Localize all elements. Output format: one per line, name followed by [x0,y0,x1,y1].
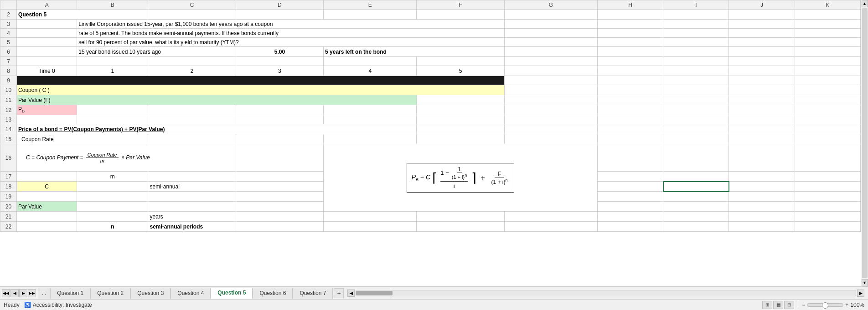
cell-g14 [504,124,597,134]
cell-i20 [663,202,729,212]
row-num-17: 17 [0,172,17,182]
vertical-scrollbar[interactable]: ▲ ▼ [861,0,868,286]
cell-d22 [236,222,323,232]
col-header-a[interactable]: A [17,0,77,10]
h-scroll-right-btn[interactable]: ▶ [857,290,864,297]
cell-a18-c: C [17,182,77,192]
col-header-c[interactable]: C [148,0,236,10]
tab-nav-next[interactable]: ▶ [19,289,27,297]
tab-nav-next-next[interactable]: ▶▶ [28,289,36,297]
cell-a3 [17,20,77,29]
table-row: 5 sell for 90 percent of par value, what… [0,38,861,47]
col-header-i[interactable]: I [663,0,729,10]
cell-j18 [729,182,795,192]
cell-d2 [236,10,323,20]
cell-g2 [504,10,597,20]
col-header-h[interactable]: H [598,0,663,10]
cell-h12 [598,105,663,115]
cell-f2 [417,10,504,20]
cell-g9 [504,76,597,85]
col-header-g[interactable]: G [504,0,597,10]
cell-j6 [729,47,795,57]
col-header-e[interactable]: E [324,0,417,10]
tab-question2[interactable]: Question 2 [90,288,130,299]
cell-g10 [504,85,597,95]
scroll-down-btn[interactable]: ▼ [862,279,868,286]
cell-coupon-row: Coupon ( C ) [17,85,505,95]
h-scrollbar[interactable] [356,290,856,296]
cell-j2 [729,10,795,20]
col-header-j[interactable]: J [729,0,795,10]
tab-question5[interactable]: Question 5 [211,288,253,299]
tab-nav-prev-prev[interactable]: ◀◀ [2,289,10,297]
tab-ellipsis[interactable]: ... [38,288,50,299]
cell-h5 [598,38,663,47]
cell-g22 [504,222,597,232]
main-area: A B C D E F G H I J K [0,0,868,286]
cell-h20 [598,202,663,212]
cell-a20-parvalue: Par Value [17,202,77,212]
cell-j19 [729,192,795,202]
cell-a2[interactable]: Question 5 [17,10,148,20]
cell-i16 [663,144,729,172]
cell-b18 [77,182,148,192]
cell-j14 [729,124,795,134]
row-num-22: 22 [0,222,17,232]
cell-big-formula: PB = C ⌈ 1 − 1 (1 + i)n [324,144,598,212]
cell-c21-years: years [148,212,236,222]
table-row: 21 years [0,212,861,222]
cell-j22 [729,222,795,232]
cell-k16 [795,144,860,172]
page-break-btn[interactable]: ⊟ [784,301,794,309]
row-num-14: 14 [0,124,17,134]
table-row: 6 15 year bond issued 10 years ago 5.00 … [0,47,861,57]
row-num-15: 15 [0,134,17,144]
tab-question3[interactable]: Question 3 [130,288,170,299]
tab-question6[interactable]: Question 6 [253,288,293,299]
tab-question1[interactable]: Question 1 [50,288,90,299]
col-header-b[interactable]: B [77,0,148,10]
cell-k15 [795,134,860,144]
tab-question4[interactable]: Question 4 [170,288,211,299]
cell-h16 [598,144,663,172]
status-right: ⊞ ▦ ⊟ − + 100% [762,301,864,309]
cell-i9 [663,76,729,85]
zoom-slider[interactable] [807,303,843,307]
cell-h18 [598,182,663,192]
zoom-plus-btn[interactable]: + [845,302,848,308]
tab-question7[interactable]: Question 7 [293,288,333,299]
row-num-6: 6 [0,47,17,57]
zoom-level: 100% [850,302,864,308]
tab-nav-prev[interactable]: ◀ [10,289,19,297]
cell-f21 [417,212,504,222]
cell-d16 [236,144,323,172]
cell-h10 [598,85,663,95]
normal-view-btn[interactable]: ⊞ [762,301,772,309]
cell-d15 [236,134,323,144]
table-row: 13 [0,115,861,124]
table-row: 2 Question 5 [0,10,861,20]
cell-e22 [324,222,417,232]
cell-h11 [598,95,663,105]
cell-j11 [729,95,795,105]
cell-j7 [729,57,795,66]
table-row: 9 [0,76,861,85]
h-scroll-left-btn[interactable]: ◀ [347,290,355,297]
zoom-minus-btn[interactable]: − [802,302,805,308]
col-header-d[interactable]: D [236,0,323,10]
cell-g5 [504,38,597,47]
col-header-k[interactable]: K [795,0,860,10]
sheet-scroll[interactable]: A B C D E F G H I J K [0,0,861,286]
view-buttons: ⊞ ▦ ⊟ [762,301,794,309]
page-layout-btn[interactable]: ▦ [773,301,783,309]
table-row: 10 Coupon ( C ) [0,85,861,95]
scroll-up-btn[interactable]: ▲ [862,0,868,7]
cell-f8: 5 [417,66,504,76]
row-num-21: 21 [0,212,17,222]
cell-d7 [236,57,323,66]
row-num-7: 7 [0,57,17,66]
cell-price-formula-header: Price of a bond = PV(Coupon Payments) + … [17,124,417,134]
add-sheet-btn[interactable]: + [334,288,344,298]
row-num-20: 20 [0,202,17,212]
col-header-f[interactable]: F [417,0,504,10]
